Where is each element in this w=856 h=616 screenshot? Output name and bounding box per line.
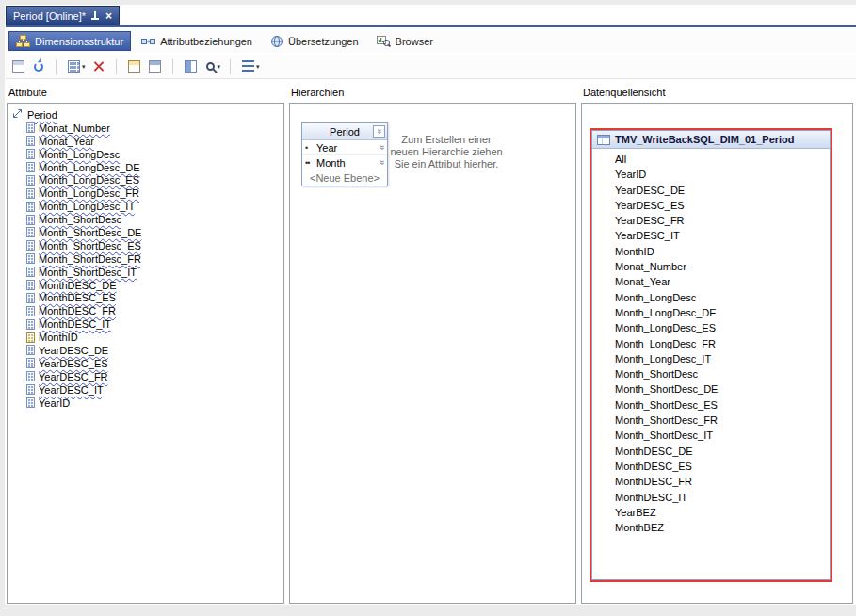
datasource-table[interactable]: TMV_WriteBackSQL_DIM_01_Period All YearI… [591,130,831,580]
attribute-label: Month_LongDesc [39,149,120,160]
hierarchy-level[interactable]: • Year » [302,140,387,155]
attribute-label: Month_ShortDesc_FR [39,253,141,265]
column-item[interactable]: Monat_Number [592,259,830,274]
attribute-item[interactable]: YearDESC_FR [26,370,280,383]
attribute-item[interactable]: Month_ShortDesc_FR [26,252,280,266]
hierarchy-title: Period [330,126,360,138]
tab-attribute-relationships[interactable]: Attributbeziehungen [134,31,260,51]
attribute-item[interactable]: Monat_Year [26,135,280,148]
datasource-panel-header: Datenquellensicht [581,87,853,103]
properties-window-button[interactable] [146,57,166,76]
pin-icon[interactable] [91,11,100,21]
column-item[interactable]: MonthDESC_IT [592,490,830,505]
column-item[interactable]: YearDESC_DE [592,183,830,198]
column-item[interactable]: YearDESC_IT [592,228,830,243]
tab-translations[interactable]: Übersetzungen [263,31,366,51]
column-item[interactable]: MonthBEZ [592,520,830,535]
attribute-icon [26,267,35,277]
attribute-item[interactable]: YearID [26,397,280,410]
attribute-relationships-icon [141,35,155,48]
column-item[interactable]: YearID [592,167,830,182]
attribute-item[interactable]: YearDESC_DE [26,344,280,357]
attribute-label: Month_LongDesc_DE [39,162,140,173]
attribute-label: Month_ShortDesc_ES [39,240,141,251]
dimension-root-item[interactable]: Period [11,108,280,122]
hierarchy-header[interactable]: Period » [302,123,387,140]
new-attribute-button[interactable]: ▾ [65,57,89,76]
column-item[interactable]: YearBEZ [592,505,830,520]
close-icon[interactable]: × [105,10,112,22]
attribute-item[interactable]: Monat_Number [26,122,280,135]
table-title-bar[interactable]: TMV_WriteBackSQL_DIM_01_Period [592,131,830,149]
column-item[interactable]: Month_LongDesc_IT [592,351,830,366]
column-item[interactable]: Month_ShortDesc [592,366,830,381]
attribute-item[interactable]: MonthDESC_ES [26,291,280,304]
column-item[interactable]: Month_ShortDesc_IT [592,428,830,443]
column-item[interactable]: MonthDESC_DE [592,444,830,459]
process-button[interactable] [9,57,29,76]
attribute-item[interactable]: Month_LongDesc_FR [26,186,280,200]
column-item[interactable]: YearDESC_ES [592,198,830,213]
column-item[interactable]: Month_LongDesc_FR [592,336,830,351]
attribute-icon [26,384,35,395]
attribute-label: Monat_Year [39,136,94,147]
attribute-tree: Period Monat_Number Monat_Year [8,104,283,413]
column-item[interactable]: MonthDESC_ES [592,459,830,474]
zoom-button[interactable]: ▾ [202,57,224,76]
column-item[interactable]: Month_LongDesc_ES [592,320,830,335]
hierarchy-box[interactable]: Period » • Year » •• [301,122,388,186]
dimension-structure-icon [16,35,30,48]
attribute-item[interactable]: Month_ShortDesc [26,213,280,226]
datasource-panel-box: TMV_WriteBackSQL_DIM_01_Period All YearI… [581,103,853,604]
attribute-item[interactable]: YearDESC_ES [26,357,280,370]
attribute-item[interactable]: Month_ShortDesc_IT [26,266,280,279]
column-item[interactable]: Month_ShortDesc_FR [592,413,830,428]
column-item[interactable]: MonthDESC_FR [592,474,830,489]
view-type-button[interactable]: ▾ [239,57,263,76]
delete-button[interactable] [89,57,109,76]
column-item[interactable]: Month_ShortDesc_DE [592,381,830,397]
reconnect-button[interactable] [30,57,49,76]
tab-underline [6,25,856,27]
column-item[interactable]: All [592,152,830,167]
document-tab[interactable]: Period [Online]* × [6,6,120,25]
attribute-item[interactable]: MonthID [26,331,280,344]
attribute-label: Month_ShortDesc_IT [39,267,137,278]
attribute-item[interactable]: Month_ShortDesc_ES [26,239,280,252]
column-item[interactable]: Month_LongDesc [592,290,830,305]
column-item[interactable]: YearDESC_FR [592,213,830,228]
collapse-button[interactable]: » [373,125,385,138]
tab-browser[interactable]: Browser [369,31,441,51]
attribute-item[interactable]: Month_LongDesc_ES [26,173,280,186]
column-item[interactable]: Monat_Year [592,274,830,289]
attribute-item[interactable]: MonthDESC_FR [26,304,280,317]
attribute-label: MonthDESC_ES [39,292,116,303]
document-tab-title: Period [Online]* [13,10,86,22]
attributes-panel-box: Period Monat_Number Monat_Year [7,103,284,604]
hierarchies-panel: Hierarchien Period » • Year » [289,87,576,604]
attribute-label: Monat_Number [39,122,110,134]
attribute-item[interactable]: MonthDESC_DE [26,279,280,292]
hierarchy-level[interactable]: •• Month » [302,155,387,170]
column-item[interactable]: MonthID [592,244,830,259]
attribute-item[interactable]: YearDESC_IT [26,383,280,397]
tab-label: Dimensionsstruktur [35,36,123,47]
attribute-item[interactable]: Month_LongDesc_DE [26,161,280,174]
column-item[interactable]: Month_LongDesc_DE [592,305,830,320]
attribute-item[interactable]: Month_LongDesc_IT [26,200,280,213]
attribute-item[interactable]: MonthDESC_IT [26,317,280,331]
attribute-item[interactable]: Month_ShortDesc_DE [26,226,280,239]
attribute-icon [26,175,35,186]
attribute-icon [26,319,35,330]
highlight-button[interactable] [182,57,202,76]
attribute-item[interactable]: Month_LongDesc [26,148,280,161]
new-level-item[interactable]: <Neue Ebene> [302,170,387,186]
add-business-intelligence-button[interactable] [125,57,145,76]
column-item[interactable]: Month_ShortDesc_ES [592,397,830,413]
attribute-icon [26,227,35,237]
column-list: All YearID YearDESC_DE YearDESC_ES YearD… [592,149,830,535]
tab-dimension-structure[interactable]: Dimensionsstruktur [8,31,131,51]
attribute-icon [26,358,35,368]
attribute-icon [26,293,35,303]
attributes-panel-header: Attribute [7,87,284,103]
